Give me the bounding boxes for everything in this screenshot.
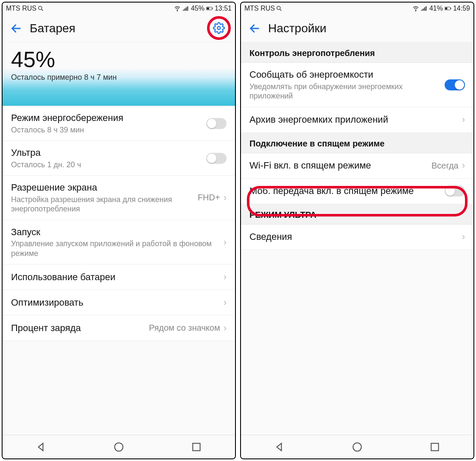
- carrier-label: MTS RUS: [6, 5, 36, 12]
- row-power-saving[interactable]: Режим энергосбережения Осталось 8 ч 39 м…: [3, 106, 235, 141]
- svg-rect-21: [426, 6, 426, 11]
- nav-home-icon[interactable]: [113, 441, 124, 453]
- status-time: 13:51: [215, 5, 232, 12]
- status-bar: MTS RUS 45% 13:51: [3, 3, 235, 14]
- row-about[interactable]: Сведения ›: [241, 225, 473, 250]
- svg-marker-26: [277, 443, 282, 450]
- signal-icon: [421, 5, 428, 12]
- svg-rect-5: [186, 7, 187, 11]
- row-resolution[interactable]: Разрешение экрана Настройка разрешения э…: [3, 176, 235, 220]
- section-ultra-mode: РЕЖИМ УЛЬТРА: [241, 204, 473, 225]
- back-icon[interactable]: [249, 22, 260, 34]
- nav-home-icon[interactable]: [352, 441, 363, 453]
- svg-line-16: [280, 9, 281, 11]
- app-header: Настройки: [241, 14, 473, 42]
- svg-rect-14: [193, 443, 200, 450]
- search-icon: [276, 5, 283, 12]
- row-percent-display[interactable]: Процент заряда Рядом со значком ›: [3, 315, 235, 341]
- phone-screen-settings: MTS RUS 41% 14:59 Настройки Контроль эне…: [240, 2, 474, 459]
- gear-icon[interactable]: [213, 22, 225, 34]
- battery-icon: [206, 5, 213, 12]
- row-optimize[interactable]: Оптимизировать ›: [3, 290, 235, 315]
- svg-point-13: [115, 443, 123, 451]
- chevron-right-icon: ›: [224, 237, 227, 248]
- row-title: Разрешение экрана: [11, 182, 198, 194]
- svg-rect-19: [423, 8, 424, 11]
- status-battery-pct: 41%: [429, 5, 443, 12]
- row-launch[interactable]: Запуск Управление запуском приложений и …: [3, 220, 235, 265]
- svg-rect-24: [451, 8, 451, 9]
- row-subtitle: Управление запуском приложений и работой…: [11, 239, 222, 258]
- nav-back-icon[interactable]: [36, 441, 47, 453]
- row-archive[interactable]: Архив энергоемких приложений ›: [241, 107, 473, 133]
- status-battery-pct: 45%: [191, 5, 204, 12]
- row-subtitle: Осталось 8 ч 39 мин: [11, 125, 202, 135]
- row-value: Рядом со значком: [149, 323, 220, 333]
- svg-marker-12: [39, 443, 43, 450]
- page-title: Настройки: [268, 22, 326, 35]
- chevron-right-icon: ›: [224, 192, 227, 203]
- row-value: FHD+: [198, 193, 220, 202]
- svg-point-27: [353, 443, 361, 451]
- svg-point-0: [39, 6, 42, 10]
- wifi-icon: [174, 5, 181, 12]
- page-title: Батарея: [30, 22, 76, 35]
- row-notify-energy[interactable]: Сообщать об энергоемкости Уведомлять при…: [241, 63, 473, 107]
- row-title: Использование батареи: [11, 271, 222, 284]
- battery-remaining: Осталось примерно 8 ч 7 мин: [11, 73, 227, 82]
- svg-rect-9: [212, 8, 213, 9]
- row-title: Моб. передача вкл. в спящем режиме: [249, 185, 440, 197]
- chevron-right-icon: ›: [462, 114, 465, 125]
- svg-point-17: [415, 11, 416, 11]
- status-time: 14:59: [453, 5, 470, 12]
- nav-recent-icon[interactable]: [429, 441, 440, 453]
- battery-hero: 45% Осталось примерно 8 ч 7 мин: [3, 42, 235, 106]
- svg-rect-8: [207, 8, 209, 10]
- search-icon: [37, 5, 44, 12]
- chevron-right-icon: ›: [224, 297, 227, 308]
- carrier-label: MTS RUS: [244, 5, 275, 12]
- row-wifi-sleep[interactable]: Wi-Fi вкл. в спящем режиме Всегда ›: [241, 153, 473, 179]
- row-title: Wi-Fi вкл. в спящем режиме: [249, 160, 431, 172]
- status-bar: MTS RUS 41% 14:59: [241, 3, 473, 14]
- nav-bar: [3, 435, 235, 458]
- battery-percentage: 45%: [11, 48, 227, 70]
- row-title: Сообщать об энергоемкости: [249, 69, 440, 81]
- toggle-ultra[interactable]: [206, 153, 227, 164]
- row-title: Сведения: [249, 231, 460, 243]
- row-usage[interactable]: Использование батареи ›: [3, 264, 235, 290]
- row-mobile-sleep[interactable]: Моб. передача вкл. в спящем режиме: [241, 179, 473, 204]
- chevron-right-icon: ›: [224, 323, 227, 334]
- battery-icon: [445, 5, 451, 12]
- row-ultra[interactable]: Ультра Осталось 1 дн. 20 ч: [3, 141, 235, 176]
- chevron-right-icon: ›: [462, 231, 465, 242]
- nav-back-icon[interactable]: [274, 441, 285, 453]
- row-subtitle: Уведомлять при обнаружении энергоемких п…: [249, 82, 440, 101]
- svg-rect-23: [445, 8, 447, 10]
- svg-rect-28: [431, 443, 438, 450]
- wifi-icon: [412, 5, 419, 12]
- svg-point-15: [277, 6, 280, 10]
- svg-point-2: [177, 11, 177, 11]
- toggle-power-saving[interactable]: [206, 118, 227, 129]
- app-header: Батарея: [3, 14, 235, 42]
- section-power-control: Контроль энергопотребления: [241, 42, 473, 63]
- phone-screen-battery: MTS RUS 45% 13:51 Батарея 45% Осталось п…: [2, 2, 236, 459]
- row-title: Запуск: [11, 226, 222, 239]
- row-subtitle: Настройка разрешения экрана для снижения…: [11, 195, 198, 214]
- row-subtitle: Осталось 1 дн. 20 ч: [11, 160, 202, 170]
- svg-rect-20: [424, 7, 425, 11]
- row-title: Процент заряда: [11, 322, 149, 335]
- row-title: Режим энергосбережения: [11, 112, 202, 124]
- row-title: Ультра: [11, 147, 202, 159]
- svg-rect-18: [421, 10, 422, 11]
- chevron-right-icon: ›: [462, 160, 465, 171]
- toggle-mobile-sleep[interactable]: [445, 186, 465, 197]
- svg-rect-4: [185, 8, 185, 11]
- back-icon[interactable]: [10, 22, 22, 34]
- svg-line-1: [42, 9, 43, 11]
- nav-bar: [241, 435, 473, 458]
- toggle-notify-energy[interactable]: [445, 79, 465, 90]
- row-value: Всегда: [431, 161, 459, 171]
- nav-recent-icon[interactable]: [191, 441, 202, 453]
